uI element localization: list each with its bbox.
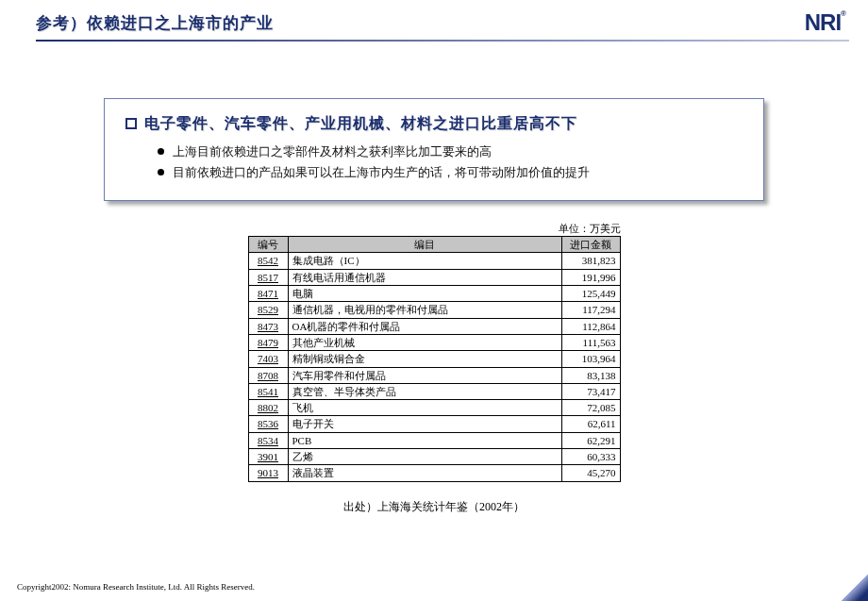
table-row: 8708汽车用零件和付属品83,138 <box>248 367 620 383</box>
cell-amount: 83,138 <box>561 367 620 383</box>
cell-code: 8534 <box>248 432 288 448</box>
cell-amount: 62,291 <box>561 432 620 448</box>
cell-amount: 72,085 <box>561 400 620 416</box>
cell-item: 精制铜或铜合金 <box>288 351 561 367</box>
cell-amount: 112,864 <box>561 318 620 334</box>
cell-item: 有线电话用通信机器 <box>288 269 561 285</box>
cell-code: 8517 <box>248 269 288 285</box>
cell-amount: 381,823 <box>561 253 620 269</box>
cell-amount: 45,270 <box>561 465 620 481</box>
square-bullet-icon <box>125 118 137 129</box>
cell-code: 8473 <box>248 318 288 334</box>
cell-code: 8471 <box>248 286 288 302</box>
page-corner-decoration <box>842 575 868 601</box>
cell-item: PCB <box>288 432 561 448</box>
cell-code: 8542 <box>248 253 288 269</box>
callout-box: 电子零件、汽车零件、产业用机械、材料之进口比重居高不下 上海目前依赖进口之零部件… <box>104 98 764 201</box>
table-row: 8471电脑125,449 <box>248 286 620 302</box>
table-row: 9013液晶装置45,270 <box>248 465 620 481</box>
cell-amount: 191,996 <box>561 269 620 285</box>
cell-code: 8536 <box>248 416 288 432</box>
table-row: 8479其他产业机械111,563 <box>248 334 620 350</box>
cell-amount: 125,449 <box>561 286 620 302</box>
callout-point: 上海目前依赖进口之零部件及材料之获利率比加工要来的高 <box>158 142 743 162</box>
table-header-row: 编号 编目 进口金额 <box>248 237 620 253</box>
cell-code: 9013 <box>248 465 288 481</box>
cell-item: 液晶装置 <box>288 465 561 481</box>
cell-code: 8479 <box>248 334 288 350</box>
cell-code: 3901 <box>248 449 288 465</box>
cell-code: 8541 <box>248 383 288 399</box>
table-row: 8541真空管、半导体类产品73,417 <box>248 383 620 399</box>
cell-amount: 60,333 <box>561 449 620 465</box>
import-table: 编号 编目 进口金额 8542集成电路（IC）381,8238517有线电话用通… <box>248 236 621 481</box>
table-row: 8473OA机器的零件和付属品112,864 <box>248 318 620 334</box>
cell-item: 通信机器，电视用的零件和付属品 <box>288 302 561 318</box>
page-title: 参考）依赖进口之上海市的产业 <box>36 12 274 34</box>
data-source: 出处）上海海关统计年鉴（2002年） <box>0 499 868 515</box>
cell-code: 8708 <box>248 367 288 383</box>
header: 参考）依赖进口之上海市的产业 NRI® <box>0 0 868 40</box>
callout-point: 目前依赖进口的产品如果可以在上海市内生产的话，将可带动附加价值的提升 <box>158 162 743 183</box>
th-amount: 进口金额 <box>561 237 620 253</box>
cell-item: 汽车用零件和付属品 <box>288 367 561 383</box>
cell-code: 8529 <box>248 302 288 318</box>
callout-sublist: 上海目前依赖进口之零部件及材料之获利率比加工要来的高 目前依赖进口的产品如果可以… <box>125 142 743 183</box>
table-row: 7403精制铜或铜合金103,964 <box>248 351 620 367</box>
logo-text: NRI <box>805 9 841 35</box>
table-row: 8802飞机72,085 <box>248 400 620 416</box>
cell-item: 真空管、半导体类产品 <box>288 383 561 399</box>
cell-amount: 117,294 <box>561 302 620 318</box>
cell-amount: 73,417 <box>561 383 620 399</box>
cell-item: OA机器的零件和付属品 <box>288 318 561 334</box>
table-row: 8517有线电话用通信机器191,996 <box>248 269 620 285</box>
th-code: 编号 <box>248 237 288 253</box>
cell-item: 其他产业机械 <box>288 334 561 350</box>
logo: NRI® <box>805 9 845 36</box>
cell-amount: 111,563 <box>561 334 620 350</box>
cell-item: 乙烯 <box>288 449 561 465</box>
cell-item: 集成电路（IC） <box>288 253 561 269</box>
callout-main: 电子零件、汽车零件、产业用机械、材料之进口比重居高不下 <box>125 114 743 134</box>
header-divider <box>36 40 849 42</box>
cell-code: 8802 <box>248 400 288 416</box>
cell-item: 电脑 <box>288 286 561 302</box>
copyright-footer: Copyright2002: Nomura Research Institute… <box>17 582 255 592</box>
logo-mark: ® <box>841 9 845 18</box>
callout-title: 电子零件、汽车零件、产业用机械、材料之进口比重居高不下 <box>144 114 577 134</box>
cell-code: 7403 <box>248 351 288 367</box>
cell-item: 飞机 <box>288 400 561 416</box>
unit-label: 单位：万美元 <box>248 222 621 236</box>
table-row: 3901乙烯60,333 <box>248 449 620 465</box>
table-row: 8542集成电路（IC）381,823 <box>248 253 620 269</box>
cell-amount: 103,964 <box>561 351 620 367</box>
table-row: 8534PCB62,291 <box>248 432 620 448</box>
cell-item: 电子开关 <box>288 416 561 432</box>
cell-amount: 62,611 <box>561 416 620 432</box>
th-item: 编目 <box>288 237 561 253</box>
table-row: 8536电子开关62,611 <box>248 416 620 432</box>
table-row: 8529通信机器，电视用的零件和付属品117,294 <box>248 302 620 318</box>
